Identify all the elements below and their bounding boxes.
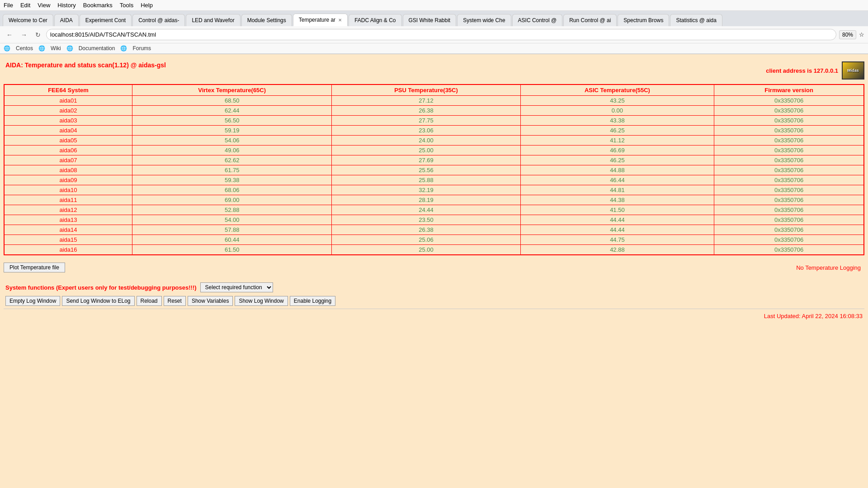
bookmark-icon[interactable]: ☆: [859, 31, 864, 38]
col-header-virtex: Virtex Temperature(65C): [132, 84, 331, 96]
table-cell-14-3: 44.75: [520, 235, 714, 245]
back-button[interactable]: ←: [4, 30, 15, 39]
table-cell-2-1: 56.50: [132, 116, 331, 126]
no-logging-label: No Temperature Logging: [796, 264, 861, 271]
table-cell-4-2: 24.00: [332, 136, 520, 145]
show-log-button[interactable]: Show Log Window: [235, 296, 288, 306]
page-header: AIDA: Temperature and status scan(1.12) …: [4, 58, 864, 80]
tab-module[interactable]: Module Settings: [241, 14, 292, 26]
globe-icon4: 🌐: [120, 45, 127, 52]
table-cell-0-3: 43.25: [520, 96, 714, 106]
table-cell-15-3: 42.88: [520, 245, 714, 255]
bookmarks-bar: 🌐 Centos 🌐 Wiki 🌐 Documentation 🌐 Forums: [0, 43, 868, 54]
table-row: aida1560.4425.0644.750x3350706: [4, 235, 864, 245]
bookmark-forums[interactable]: Forums: [132, 45, 151, 52]
table-cell-0-4: 0x3350706: [714, 96, 864, 106]
table-cell-2-4: 0x3350706: [714, 116, 864, 126]
bookmark-wiki[interactable]: Wiki: [51, 45, 61, 52]
enable-logging-button[interactable]: Enable Logging: [290, 296, 335, 306]
table-cell-13-4: 0x3350706: [714, 225, 864, 235]
table-cell-4-3: 41.12: [520, 136, 714, 145]
close-tab-icon[interactable]: ✕: [338, 18, 342, 23]
table-cell-6-0: aida07: [4, 155, 132, 165]
table-cell-12-0: aida13: [4, 215, 132, 225]
col-header-psu: PSU Temperature(35C): [332, 84, 520, 96]
midas-logo: Midas: [842, 61, 864, 80]
zoom-level: 80%: [839, 30, 856, 39]
page-content: AIDA: Temperature and status scan(1.12) …: [0, 54, 868, 488]
send-log-button[interactable]: Send Log Window to ELog: [62, 296, 134, 306]
table-cell-5-3: 46.69: [520, 145, 714, 155]
col-header-firmware: Firmware version: [714, 84, 864, 96]
table-cell-1-1: 62.44: [132, 106, 331, 116]
table-cell-15-1: 61.50: [132, 245, 331, 255]
table-row: aida0861.7525.5644.880x3350706: [4, 165, 864, 175]
table-cell-0-2: 27.12: [332, 96, 520, 106]
forward-button[interactable]: →: [18, 30, 30, 39]
menu-help[interactable]: Help: [141, 2, 153, 9]
table-cell-11-0: aida12: [4, 205, 132, 215]
reload-button-action[interactable]: Reload: [137, 296, 162, 306]
table-cell-13-0: aida14: [4, 225, 132, 235]
table-cell-11-3: 41.50: [520, 205, 714, 215]
select-function-dropdown[interactable]: Select required function: [200, 282, 273, 292]
url-input[interactable]: [46, 29, 836, 40]
table-cell-2-0: aida03: [4, 116, 132, 126]
col-header-asic: ASIC Temperature(55C): [520, 84, 714, 96]
empty-log-button[interactable]: Empty Log Window: [5, 296, 60, 306]
bookmark-centos[interactable]: Centos: [16, 45, 33, 52]
address-bar: ← → ↻ 80% ☆: [0, 26, 868, 43]
tab-asic[interactable]: ASIC Control @: [512, 14, 563, 26]
reload-button[interactable]: ↻: [33, 30, 43, 39]
menu-edit[interactable]: Edit: [20, 2, 30, 9]
table-row: aida0649.0625.0046.690x3350706: [4, 145, 864, 155]
menu-bookmarks[interactable]: Bookmarks: [83, 2, 113, 9]
tab-welcome[interactable]: Welcome to Cer: [3, 14, 53, 26]
table-cell-5-0: aida06: [4, 145, 132, 155]
table-cell-9-3: 44.81: [520, 185, 714, 195]
tab-statistics[interactable]: Statistics @ aida: [670, 14, 722, 26]
table-cell-5-2: 25.00: [332, 145, 520, 155]
table-cell-13-3: 44.44: [520, 225, 714, 235]
menu-bar: File Edit View History Bookmarks Tools H…: [0, 0, 868, 11]
menu-view[interactable]: View: [38, 2, 50, 9]
table-cell-8-1: 59.38: [132, 175, 331, 185]
table-cell-6-3: 46.25: [520, 155, 714, 165]
menu-tools[interactable]: Tools: [120, 2, 133, 9]
table-cell-9-4: 0x3350706: [714, 185, 864, 195]
table-cell-9-0: aida10: [4, 185, 132, 195]
globe-icon: 🌐: [4, 45, 10, 52]
tab-system[interactable]: System wide Che: [457, 14, 511, 26]
reset-button[interactable]: Reset: [164, 296, 186, 306]
tab-spectrum[interactable]: Spectrum Brows: [618, 14, 669, 26]
table-cell-8-3: 46.44: [520, 175, 714, 185]
globe-icon3: 🌐: [66, 45, 73, 52]
tab-aida[interactable]: AIDA: [54, 14, 79, 26]
menu-file[interactable]: File: [4, 2, 13, 9]
table-cell-9-1: 68.06: [132, 185, 331, 195]
tab-led[interactable]: LED and Wavefor: [186, 14, 240, 26]
table-cell-8-0: aida09: [4, 175, 132, 185]
table-cell-10-4: 0x3350706: [714, 195, 864, 205]
tab-gsi[interactable]: GSI White Rabbit: [403, 14, 457, 26]
table-row: aida0762.6227.6946.250x3350706: [4, 155, 864, 165]
show-variables-button[interactable]: Show Variables: [188, 296, 233, 306]
table-cell-10-2: 28.19: [332, 195, 520, 205]
plot-temperature-button[interactable]: Plot Temperature file: [4, 263, 65, 272]
table-cell-3-3: 46.25: [520, 126, 714, 136]
tab-temperature[interactable]: Temperature ar ✕: [293, 14, 348, 26]
table-cell-8-4: 0x3350706: [714, 175, 864, 185]
table-row: aida1252.8824.4441.500x3350706: [4, 205, 864, 215]
table-cell-6-2: 27.69: [332, 155, 520, 165]
last-updated: Last Updated: April 22, 2024 16:08:33: [4, 309, 864, 323]
table-cell-15-0: aida16: [4, 245, 132, 255]
tab-experiment[interactable]: Experiment Cont: [80, 14, 132, 26]
table-cell-1-3: 0.00: [520, 106, 714, 116]
tab-control[interactable]: Control @ aidas-: [132, 14, 185, 26]
tab-run[interactable]: Run Control @ ai: [563, 14, 617, 26]
bookmark-documentation[interactable]: Documentation: [79, 45, 115, 52]
table-row: aida1169.0028.1944.380x3350706: [4, 195, 864, 205]
menu-history[interactable]: History: [57, 2, 75, 9]
action-buttons-row: Empty Log Window Send Log Window to ELog…: [4, 295, 864, 307]
tab-fadc[interactable]: FADC Align & Co: [349, 14, 401, 26]
